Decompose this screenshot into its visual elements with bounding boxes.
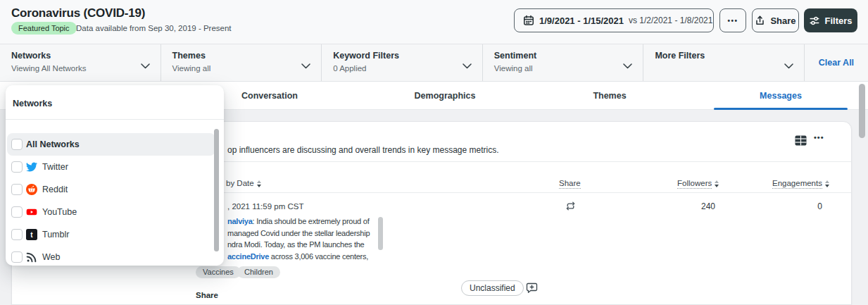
filter-section-networks[interactable]: Networks Viewing All Networks — [0, 44, 161, 81]
message-user-link[interactable]: nalviya — [227, 217, 253, 225]
chevron-down-icon — [623, 59, 632, 72]
filters-button[interactable]: Filters — [804, 8, 857, 32]
column-header-share[interactable]: Share — [559, 179, 581, 189]
tab-themes[interactable]: Themes — [543, 82, 677, 110]
column-label: Followers — [677, 179, 712, 189]
date-range-button[interactable]: 1/9/2021 - 1/15/2021 vs 1/2/2021 - 1/8/2… — [514, 8, 714, 32]
network-item-reddit[interactable]: Reddit — [7, 178, 215, 201]
youtube-icon — [26, 206, 37, 218]
message-line-text: : India should be extremely proud of — [253, 217, 370, 225]
message-scrollbar[interactable] — [378, 217, 383, 250]
ellipsis-icon: ••• — [727, 17, 738, 25]
message-line: managed Covid under the stellar leadersh… — [227, 228, 377, 239]
filters-sliders-icon — [809, 15, 820, 26]
topic-tag-children[interactable]: Children — [237, 266, 280, 278]
column-label: Engagements — [772, 179, 822, 189]
column-label: Share — [559, 179, 581, 189]
retweet-icon[interactable] — [565, 201, 576, 214]
checkbox[interactable] — [11, 161, 23, 173]
calendar-icon — [523, 15, 534, 26]
tab-demographics[interactable]: Demographics — [378, 82, 512, 110]
network-item-web[interactable]: Web — [7, 246, 215, 268]
engagements-value: 0 — [789, 201, 822, 211]
page-title: Coronavirus (COVID-19) — [11, 6, 145, 20]
filter-label: Themes — [172, 51, 310, 61]
featured-topic-badge: Featured Topic — [11, 22, 77, 35]
filter-sublabel: 0 Applied — [333, 64, 471, 73]
share-button[interactable]: Share — [752, 8, 799, 32]
tumblr-icon: t — [26, 229, 37, 240]
divider — [6, 119, 224, 120]
network-item-all-networks[interactable]: All Networks — [7, 133, 215, 156]
checkbox[interactable] — [11, 206, 23, 218]
network-label: Tumblr — [42, 230, 69, 239]
filter-label: Networks — [11, 51, 149, 61]
compare-range-text: vs 1/2/2021 - 1/8/2021 — [629, 15, 712, 25]
message-row-date: , 2021 11:59 pm CST — [227, 202, 303, 211]
filter-section-keyword-filters[interactable]: Keyword Filters 0 Applied — [322, 44, 483, 81]
share-button-label: Share — [770, 15, 795, 26]
message-line-text: across 3,006 vaccine centers, — [269, 252, 368, 261]
share-section-label: Share — [196, 291, 218, 299]
chevron-down-icon — [784, 59, 793, 72]
message-line: ndra Modi. Today, as the PM launches the — [227, 239, 377, 251]
message-text: nalviya: India should be extremely proud… — [227, 216, 377, 262]
checkbox[interactable] — [11, 139, 23, 150]
tab-messages[interactable]: Messages — [714, 82, 848, 110]
clear-all-link[interactable]: Clear All — [805, 44, 868, 81]
twitter-icon — [26, 161, 37, 173]
filter-sublabel: Viewing all — [494, 64, 632, 73]
column-header-followers[interactable]: Followers — [677, 179, 719, 189]
page-scrollbar[interactable] — [859, 84, 865, 138]
chevron-down-icon — [463, 59, 472, 72]
filter-sublabel: Viewing all — [172, 64, 310, 73]
sort-icon — [715, 180, 719, 187]
unclassified-button[interactable]: Unclassified — [461, 280, 524, 296]
filter-bar: Networks Viewing All Networks Themes Vie… — [0, 44, 868, 82]
more-options-button[interactable]: ••• — [719, 8, 746, 32]
message-line: accineDrive across 3,006 vaccine centers… — [227, 251, 377, 263]
network-label: Web — [42, 252, 60, 262]
filter-section-more-filters[interactable]: More Filters — [643, 44, 805, 81]
sort-icon — [257, 180, 261, 187]
data-availability-text: Data available from Sep 30, 2019 - Prese… — [76, 24, 232, 32]
checkbox[interactable] — [11, 229, 23, 240]
filter-label: Sentiment — [494, 51, 632, 61]
network-item-twitter[interactable]: Twitter — [7, 156, 215, 178]
networks-dropdown: Networks All Networks Twitter — [6, 85, 224, 266]
dropdown-title: Networks — [13, 99, 52, 108]
message-line: nalviya: India should be extremely proud… — [227, 216, 377, 228]
listening-dashboard: Coronavirus (COVID-19) Featured Topic Da… — [0, 0, 868, 305]
chevron-down-icon — [301, 59, 310, 72]
filter-section-themes[interactable]: Themes Viewing all — [161, 44, 322, 81]
filters-button-label: Filters — [824, 15, 852, 26]
filter-label: More Filters — [655, 51, 793, 61]
checkbox[interactable] — [11, 251, 23, 263]
column-header-date[interactable]: by Date — [226, 179, 261, 187]
card-menu-button[interactable]: ••• — [814, 133, 824, 142]
filter-sublabel: Viewing All Networks — [11, 64, 149, 73]
topic-header: Coronavirus (COVID-19) Featured Topic Da… — [0, 0, 868, 44]
network-label: Twitter — [42, 162, 68, 172]
network-label: YouTube — [42, 207, 77, 217]
date-range-text: 1/9/2021 - 1/15/2021 — [539, 15, 624, 26]
network-label: Reddit — [42, 185, 68, 194]
share-icon — [755, 15, 766, 26]
add-classification-icon[interactable] — [526, 282, 538, 297]
checkbox[interactable] — [11, 184, 23, 195]
chevron-down-icon — [141, 59, 150, 72]
column-label: by Date — [226, 179, 254, 187]
followers-value: 240 — [673, 201, 715, 211]
table-view-icon[interactable] — [795, 135, 807, 149]
network-item-youtube[interactable]: YouTube — [7, 201, 215, 223]
filter-label: Keyword Filters — [333, 51, 471, 61]
hashtag-link[interactable]: accineDrive — [227, 252, 269, 261]
network-label: All Networks — [26, 139, 80, 149]
rss-icon — [26, 251, 37, 263]
reddit-icon — [26, 184, 37, 195]
sort-icon — [825, 180, 829, 187]
column-header-engagements[interactable]: Engagements — [772, 179, 829, 189]
filter-section-sentiment[interactable]: Sentiment Viewing all — [483, 44, 644, 81]
dropdown-scrollbar[interactable] — [214, 129, 219, 251]
network-item-tumblr[interactable]: t Tumblr — [7, 223, 215, 246]
